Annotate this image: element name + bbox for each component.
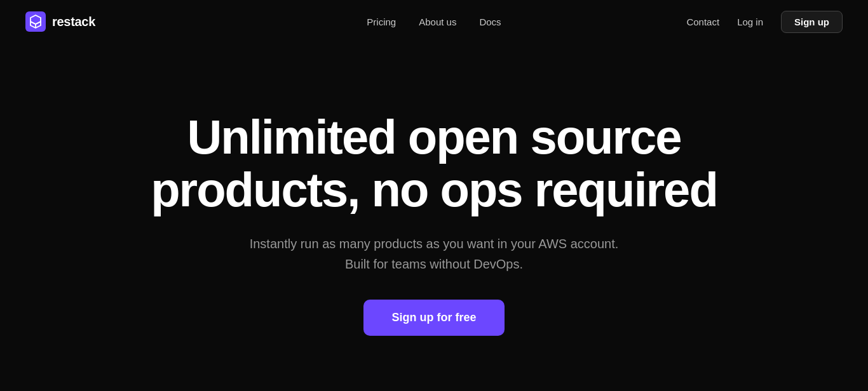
hero-subtitle: Instantly run as many products as you wa… (243, 234, 625, 274)
nav-right: Contact Log in Sign up (686, 11, 843, 33)
svg-rect-0 (25, 11, 46, 32)
nav-docs[interactable]: Docs (479, 17, 501, 27)
nav-links: Pricing About us Docs (367, 17, 501, 27)
nav-pricing[interactable]: Pricing (367, 17, 396, 27)
hero-title: Unlimited open source products, no ops r… (123, 111, 745, 215)
nav-login[interactable]: Log in (737, 17, 763, 27)
nav-about[interactable]: About us (419, 17, 456, 27)
nav-contact[interactable]: Contact (686, 17, 719, 27)
navbar: restack Pricing About us Docs Contact Lo… (0, 0, 868, 43)
restack-logo-icon (25, 11, 46, 32)
hero-cta-button[interactable]: Sign up for free (363, 300, 504, 336)
hero-section: Unlimited open source products, no ops r… (0, 43, 868, 391)
brand-name: restack (52, 15, 95, 29)
nav-signup-button[interactable]: Sign up (781, 11, 843, 33)
logo[interactable]: restack (25, 11, 95, 32)
